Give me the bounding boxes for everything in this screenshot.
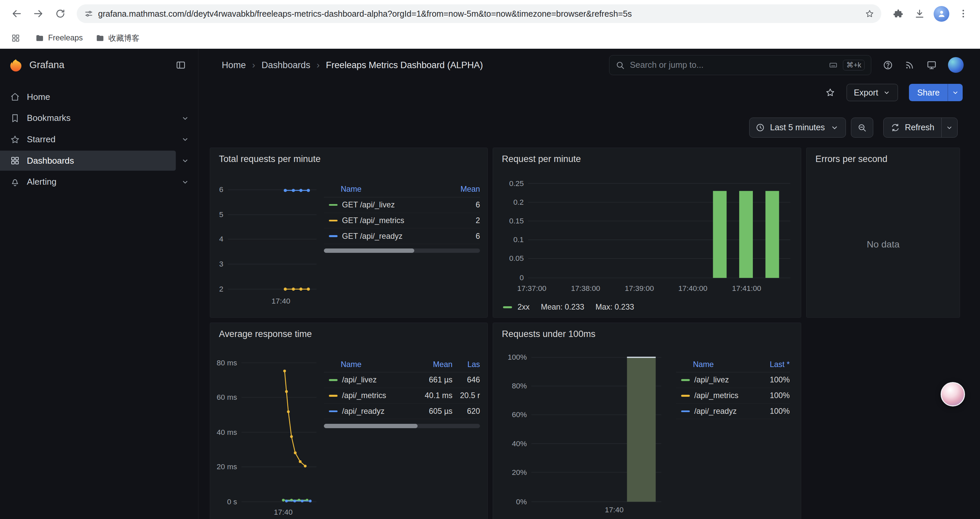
user-avatar[interactable]: [948, 57, 964, 73]
sidebar-item-dashboards[interactable]: Dashboards: [0, 150, 198, 171]
plot-area: [228, 185, 317, 293]
time-range-picker[interactable]: Last 5 minutes: [749, 118, 846, 137]
dashboard-grid: Total requests per minute 6543217:40 Nam…: [199, 148, 980, 519]
forward-button[interactable]: [28, 3, 49, 24]
y-axis-tick: 0.15: [493, 216, 524, 226]
back-button[interactable]: [6, 3, 27, 24]
star-icon: [10, 134, 20, 145]
address-bar[interactable]: grafana.mathmast.com/d/deytv4rwavabkb/fr…: [77, 4, 881, 23]
scrollbar-thumb[interactable]: [324, 424, 418, 428]
help-icon: [883, 60, 893, 70]
favorite-dashboard-button[interactable]: [825, 88, 835, 97]
home-icon: [10, 92, 20, 102]
panel-title[interactable]: Requests under 100ms: [493, 323, 801, 347]
panel-title[interactable]: Average response time: [210, 323, 487, 347]
sidebar: Grafana HomeBookmarksStarredDashboardsAl…: [0, 49, 199, 519]
legend-row[interactable]: /api/_metrics100%: [676, 388, 790, 404]
series-name: GET /api/_readyz: [342, 232, 402, 241]
chevron-down-icon[interactable]: [181, 114, 189, 123]
chevron-down-icon[interactable]: [181, 178, 189, 186]
legend-value: 620: [453, 407, 480, 416]
url-text[interactable]: grafana.mathmast.com/d/deytv4rwavabkb/fr…: [98, 9, 860, 19]
bookmark-star-icon[interactable]: [860, 5, 879, 22]
y-axis-tick: 80%: [493, 381, 527, 391]
legend-column-header[interactable]: Las: [453, 360, 480, 369]
share-button[interactable]: Share: [909, 84, 948, 101]
timeseries-chart[interactable]: 80 ms60 ms40 ms20 ms0 s17:40: [210, 347, 323, 519]
bar-chart[interactable]: 100%80%60%40%20%0%17:40: [493, 347, 676, 519]
legend-row[interactable]: /api/_metrics40.1 ms20.5 r: [324, 388, 480, 404]
y-axis-tick: 40%: [493, 439, 527, 449]
chevron-down-icon[interactable]: [181, 156, 189, 165]
refresh-button[interactable]: Refresh: [884, 118, 941, 137]
sidebar-item-home[interactable]: Home: [0, 86, 198, 107]
breadcrumb-item[interactable]: Dashboards: [261, 60, 310, 70]
y-axis-tick: 3: [210, 259, 223, 269]
extensions-button[interactable]: [888, 3, 908, 24]
legend-row[interactable]: /api/_livez100%: [676, 372, 790, 388]
grafana-app: Grafana HomeBookmarksStarredDashboardsAl…: [0, 49, 980, 519]
share-label: Share: [917, 88, 940, 97]
apps-grid-button[interactable]: [7, 30, 24, 46]
legend-row[interactable]: /api/_livez661 µs646: [324, 372, 480, 388]
legend-column-header[interactable]: Name: [329, 360, 416, 369]
legend-column-header[interactable]: Name: [329, 185, 453, 194]
legend-inline[interactable]: 2xx Mean: 0.233 Max: 0.233: [503, 303, 634, 311]
help-button[interactable]: [883, 60, 893, 70]
legend-column-header[interactable]: Last *: [759, 360, 790, 369]
sidebar-collapse-button[interactable]: [172, 56, 189, 74]
refresh-interval-button[interactable]: [941, 118, 957, 137]
chevron-down-icon[interactable]: [181, 135, 189, 144]
sidebar-item-starred[interactable]: Starred: [0, 129, 198, 150]
panel-title[interactable]: Total requests per minute: [210, 148, 487, 172]
legend-column-header[interactable]: Mean: [453, 185, 480, 194]
y-axis-tick: 20%: [493, 468, 527, 477]
downloads-button[interactable]: [909, 3, 930, 24]
legend-row[interactable]: /api/_readyz100%: [676, 404, 790, 420]
tv-mode-button[interactable]: [926, 60, 937, 70]
browser-toolbar: grafana.mathmast.com/d/deytv4rwavabkb/fr…: [0, 0, 980, 27]
legend-row[interactable]: GET /api/_readyz6: [324, 228, 480, 244]
zoom-out-button[interactable]: [851, 118, 873, 137]
share-menu-button[interactable]: [948, 84, 963, 101]
y-axis-tick: 0: [493, 273, 524, 283]
legend-row[interactable]: /api/_readyz605 µs620: [324, 404, 480, 420]
panel-left-icon: [175, 60, 186, 70]
bookmarks-bar: Freeleaps收藏博客: [0, 27, 980, 49]
legend-row[interactable]: GET /api/_livez6: [324, 197, 480, 213]
x-axis-tick: 17:41:00: [721, 284, 772, 294]
panel-title[interactable]: Errors per second: [807, 148, 960, 172]
browser-profile-button[interactable]: [931, 3, 952, 24]
monitor-icon: [926, 60, 937, 70]
series-name: GET /api/_livez: [342, 200, 395, 209]
search-input[interactable]: Search or jump to... ⌘+k: [609, 55, 871, 75]
assistant-avatar[interactable]: [941, 382, 965, 406]
legend-scrollbar[interactable]: [324, 424, 480, 428]
legend-column-header[interactable]: Name: [681, 360, 759, 369]
legend-header-row: NameLast *: [676, 357, 790, 372]
chevron-down-icon: [951, 88, 959, 96]
bookmark-item[interactable]: 收藏博客: [91, 31, 145, 45]
export-button[interactable]: Export: [846, 84, 898, 101]
series-color-swatch: [329, 220, 337, 222]
legend-stat-max: Max: 0.233: [595, 303, 634, 311]
series-name: /api/_metrics: [694, 391, 738, 400]
panel-title[interactable]: Request per minute: [493, 148, 801, 172]
sidebar-item-label: Home: [27, 92, 190, 102]
browser-menu-button[interactable]: [953, 3, 974, 24]
grafana-logo[interactable]: [9, 58, 23, 72]
scrollbar-thumb[interactable]: [324, 249, 414, 253]
timeseries-chart[interactable]: 6543217:40: [210, 172, 323, 317]
news-button[interactable]: [904, 60, 915, 70]
bar-chart[interactable]: 0.250.20.150.10.05017:37:0017:38:0017:39…: [493, 172, 801, 317]
site-settings-icon[interactable]: [80, 5, 98, 22]
breadcrumb-item[interactable]: Home: [222, 60, 246, 70]
sidebar-item-bookmarks[interactable]: Bookmarks: [0, 107, 198, 129]
plot-area: [242, 360, 317, 504]
legend-column-header[interactable]: Mean: [416, 360, 453, 369]
reload-button[interactable]: [50, 3, 71, 24]
bookmark-item[interactable]: Freeleaps: [30, 31, 88, 45]
legend-scrollbar[interactable]: [324, 249, 480, 253]
sidebar-item-alerting[interactable]: Alerting: [0, 171, 198, 193]
legend-row[interactable]: GET /api/_metrics2: [324, 213, 480, 229]
